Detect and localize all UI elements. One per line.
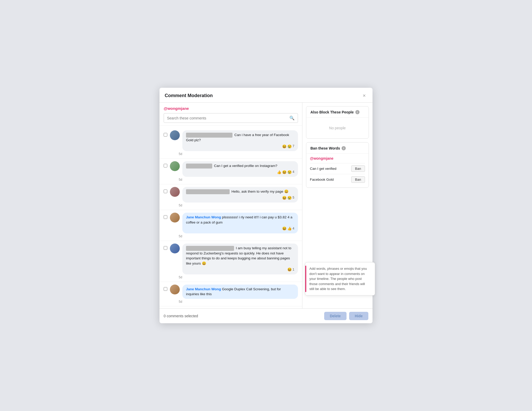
list-item: ██████ ██ ██████ Hello, ask them to veri… [159, 184, 302, 210]
reactions-row: 😆 😢 5 [186, 195, 294, 200]
reaction-emoji: 😢 [287, 170, 292, 175]
right-panel: Also Block These People i No people Ban … [302, 103, 373, 308]
blurred-username: ████████ ████████ [186, 246, 234, 251]
avatar [170, 244, 180, 253]
comment-time: 5d [179, 178, 298, 181]
modal-footer: 0 comments selected Delete Hide [159, 308, 373, 323]
left-panel: @wongmjane 🔍 ████████ █████ ██ [159, 103, 302, 308]
ban-words-body: @wongmjane Can I get verified Ban Facebo… [306, 154, 369, 187]
list-item: ████████ █████ ██ Can i have a free year… [159, 128, 302, 159]
comment-checkbox[interactable] [164, 246, 167, 250]
ban-row: Facebook Gold Ban [310, 174, 365, 185]
reaction-emoji: 😆 [282, 195, 287, 200]
reaction-emoji: 👍 [287, 226, 292, 231]
reaction-emoji: 👍 [277, 170, 281, 175]
comment-text: Hello, ask them to verify my page 😀 [231, 190, 289, 193]
ban-words-card: Ban these Words i @wongmjane Can I get v… [306, 142, 369, 188]
comment-time: 5d [179, 204, 298, 207]
comment-checkbox[interactable] [164, 164, 167, 167]
comment-bubble: ████████ █████ ██ Can i have a free year… [182, 130, 298, 151]
commenter-name: Jane Manchun Wong [186, 215, 221, 219]
hide-button[interactable]: Hide [349, 312, 368, 320]
reaction-emoji: 😆 [282, 144, 287, 149]
selected-count: 0 comments selected [164, 314, 198, 318]
info-icon[interactable]: i [355, 110, 360, 114]
ban-word-label: Facebook Gold [310, 178, 334, 181]
comment-checkbox[interactable] [164, 190, 167, 193]
comment-bubble: ███ ███ ██ Can I get a verified profile … [182, 161, 298, 177]
reaction-count: 5 [292, 196, 294, 200]
reaction-count: 7 [292, 144, 294, 149]
comment-checkbox[interactable] [164, 287, 167, 291]
list-item: ████████ ████████ I am busy telling my a… [159, 241, 302, 282]
comments-list: ████████ █████ ██ Can i have a free year… [159, 126, 302, 308]
delete-button[interactable]: Delete [324, 312, 347, 320]
comment-time: 5d [179, 300, 298, 304]
comment-time: 5d [179, 234, 298, 238]
comment-time: 5d [179, 152, 298, 156]
reaction-emoji: 😢 [287, 144, 292, 149]
avatar [170, 187, 180, 197]
search-input[interactable] [164, 114, 286, 122]
also-block-header: Also Block These People i [306, 106, 369, 118]
comment-row: ██████ ██ ██████ Hello, ask them to veri… [164, 187, 298, 203]
reaction-emoji: 😢 [287, 195, 292, 200]
page-handle: @wongmjane [164, 106, 298, 111]
avatar [170, 161, 180, 171]
ban-handle: @wongmjane [310, 156, 365, 160]
comment-text: Can I get a verified profile on Instagra… [214, 164, 277, 168]
reaction-emoji: 😆 [282, 226, 287, 231]
comment-row: ████████ █████ ██ Can i have a free year… [164, 130, 298, 151]
comment-row: Jane Manchun Wong plsssssss! i rly need … [164, 213, 298, 233]
left-top: @wongmjane 🔍 [159, 103, 302, 126]
reaction-count: 4 [292, 226, 294, 231]
reactions-row: 👍 😆 😢 4 [186, 170, 294, 175]
reaction-count: 1 [292, 267, 294, 272]
close-button[interactable]: × [361, 92, 367, 99]
avatar [170, 285, 180, 294]
ban-words-title: Ban these Words [310, 146, 340, 150]
comment-bubble: Jane Manchun Wong plsssssss! i rly need … [182, 213, 298, 233]
tooltip-accent [305, 266, 306, 292]
comment-bubble: ████████ ████████ I am busy telling my a… [182, 244, 298, 274]
comment-bubble: ██████ ██ ██████ Hello, ask them to veri… [182, 187, 298, 203]
tooltip-text: Add words, phrases or emojis that you do… [309, 267, 367, 291]
avatar [170, 130, 180, 140]
comment-checkbox[interactable] [164, 133, 167, 137]
list-item: ███ ███ ██ Can I get a verified profile … [159, 159, 302, 184]
comment-bubble: Jane Manchun Wong Google Duplex Call Scr… [182, 285, 298, 299]
search-bar: 🔍 [164, 113, 298, 123]
comment-time: 5d [179, 275, 298, 279]
blurred-username: ██████ ██ ██████ [186, 189, 230, 194]
reactions-row: 😆 1 [186, 267, 294, 272]
comment-row: ███ ███ ██ Can I get a verified profile … [164, 161, 298, 177]
also-block-card: Also Block These People i No people [306, 106, 369, 139]
modal-body: @wongmjane 🔍 ████████ █████ ██ [159, 103, 373, 308]
search-button[interactable]: 🔍 [286, 113, 298, 123]
avatar [170, 213, 180, 223]
no-people-label: No people [306, 118, 369, 138]
comment-moderation-modal: Comment Moderation × @wongmjane 🔍 [159, 88, 373, 323]
list-item: Jane Manchun Wong plsssssss! i rly need … [159, 210, 302, 241]
modal-title: Comment Moderation [165, 93, 213, 98]
reaction-count: 4 [292, 170, 294, 174]
reactions-row: 😆 👍 4 [186, 226, 294, 231]
ban-button[interactable]: Ban [351, 176, 365, 183]
ban-word-label: Can I get verified [310, 167, 336, 171]
footer-actions: Delete Hide [324, 312, 368, 320]
info-icon[interactable]: i [342, 146, 346, 150]
blurred-username: ████████ █████ ██ [186, 133, 232, 138]
ban-words-header: Ban these Words i [306, 143, 369, 154]
also-block-title: Also Block These People [310, 110, 354, 114]
ban-row: Can I get verified Ban [310, 163, 365, 174]
search-icon: 🔍 [289, 116, 295, 120]
comment-row: Jane Manchun Wong Google Duplex Call Scr… [164, 285, 298, 299]
modal-header: Comment Moderation × [159, 88, 373, 103]
comment-checkbox[interactable] [164, 215, 167, 219]
comment-row: ████████ ████████ I am busy telling my a… [164, 244, 298, 274]
reactions-row: 😆 😢 7 [186, 144, 294, 149]
list-item: Jane Manchun Wong Google Duplex Call Scr… [159, 282, 302, 306]
reaction-emoji: 😆 [282, 170, 287, 175]
ban-button[interactable]: Ban [351, 165, 365, 172]
blurred-username: ███ ███ ██ [186, 164, 212, 169]
